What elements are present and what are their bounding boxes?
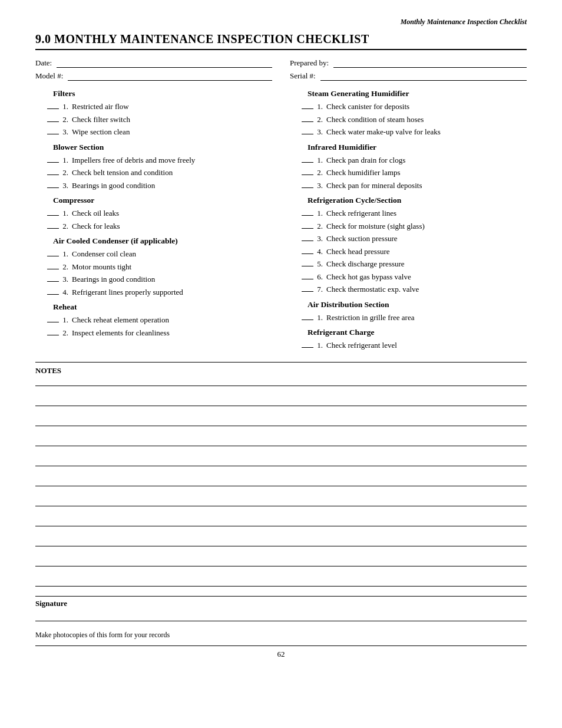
list-item: 1. Check refrigerant level [302,340,527,351]
date-input-line[interactable] [57,58,272,68]
notes-line-3[interactable] [35,416,527,426]
refrigeration-cycle-title: Refrigeration Cycle/Section [308,196,527,205]
list-item: 2. Check belt tension and condition [47,167,272,179]
model-label: Model #: [35,71,63,81]
prepared-label: Prepared by: [290,58,329,68]
page: Monthly Maintenance Inspection Checklist… [0,0,562,728]
list-item: 1. Check oil leaks [47,207,272,219]
list-item: 2. Check for leaks [47,220,272,232]
notes-line-9[interactable] [35,536,527,546]
condenser-title: Air Cooled Condenser (if applicable) [53,236,272,246]
page-number: 62 [35,645,527,659]
list-item: 2. Check for moisture (sight glass) [302,220,527,232]
list-item: 3. Check pan for mineral deposits [302,180,527,192]
prepared-row: Prepared by: [290,58,527,68]
date-row: Date: [35,58,272,68]
notes-section: NOTES [35,362,527,587]
list-item: 1. Condenser coil clean [47,248,272,260]
list-item: 5. Check discharge pressure [302,258,527,270]
main-section-title: 9.0 Monthly Maintenance Inspection Check… [35,32,527,50]
list-item: 1. Check refrigerant lines [302,207,527,219]
refrigerant-charge-title: Refrigerant Charge [308,328,527,337]
header-title: Monthly Maintenance Inspection Checklist [35,18,527,27]
compressor-title: Compressor [53,196,272,205]
list-item: 1. Check reheat element operation [47,314,272,326]
notes-line-10[interactable] [35,556,527,566]
air-distribution-title: Air Distribution Section [308,300,527,309]
list-item: 1. Check pan drain for clogs [302,154,527,166]
notes-line-2[interactable] [35,396,527,406]
form-fields-row2: Model #: Serial #: [35,71,527,81]
form-fields-row1: Date: Prepared by: [35,58,527,68]
list-item: 4. Check head pressure [302,246,527,258]
right-column: Steam Generating Humidifier 1. Check can… [284,84,527,353]
steam-humidifier-title: Steam Generating Humidifier [308,89,527,98]
model-input-line[interactable] [68,71,272,81]
list-item: 1. Impellers free of debris and move fre… [47,154,272,166]
list-item: 2. Check humidifier lamps [302,167,527,179]
list-item: 3. Bearings in good condition [47,274,272,285]
list-item: 1. Check canister for deposits [302,101,527,113]
notes-line-8[interactable] [35,516,527,526]
filters-title: Filters [53,89,272,98]
list-item: 2. Inspect elements for cleanliness [47,327,272,339]
infrared-humidifier-title: Infrared Humidifier [308,143,527,152]
serial-label: Serial #: [290,71,316,81]
reheat-title: Reheat [53,302,272,312]
checklist-columns: Filters 1. Restricted air flow 2. Check … [35,84,527,353]
left-column: Filters 1. Restricted air flow 2. Check … [35,84,284,353]
list-item: 6. Check hot gas bypass valve [302,271,527,283]
photocopy-note: Make photocopies of this form for your r… [35,631,527,640]
signature-line[interactable] [35,611,527,621]
signature-section: Signature Make photocopies of this form … [35,596,527,640]
list-item: 2. Check condition of steam hoses [302,114,527,126]
list-item: 3. Bearings in good condition [47,180,272,192]
list-item: 3. Check water make-up valve for leaks [302,126,527,138]
section-number: 9.0 [35,32,51,45]
list-item: 1. Restriction in grille free area [302,312,527,324]
date-label: Date: [35,58,52,68]
list-item: 4. Refrigerant lines properly supported [47,286,272,298]
notes-line-7[interactable] [35,496,527,506]
notes-line-4[interactable] [35,436,527,446]
section-title-text: Monthly Maintenance Inspection Checklist [54,32,369,45]
notes-line-1[interactable] [35,375,527,386]
notes-line-5[interactable] [35,456,527,466]
notes-line-11[interactable] [35,576,527,587]
list-item: 1. Restricted air flow [47,101,272,113]
notes-title: NOTES [35,366,61,375]
serial-input-line[interactable] [320,71,527,81]
list-item: 2. Check filter switch [47,114,272,126]
list-item: 2. Motor mounts tight [47,261,272,273]
signature-label: Signature [35,599,527,608]
notes-line-6[interactable] [35,476,527,486]
list-item: 7. Check thermostatic exp. valve [302,284,527,295]
prepared-input-line[interactable] [333,58,527,68]
list-item: 3. Check suction pressure [302,233,527,245]
serial-row: Serial #: [290,71,527,81]
blower-section-title: Blower Section [53,143,272,152]
list-item: 3. Wipe section clean [47,126,272,138]
model-row: Model #: [35,71,272,81]
